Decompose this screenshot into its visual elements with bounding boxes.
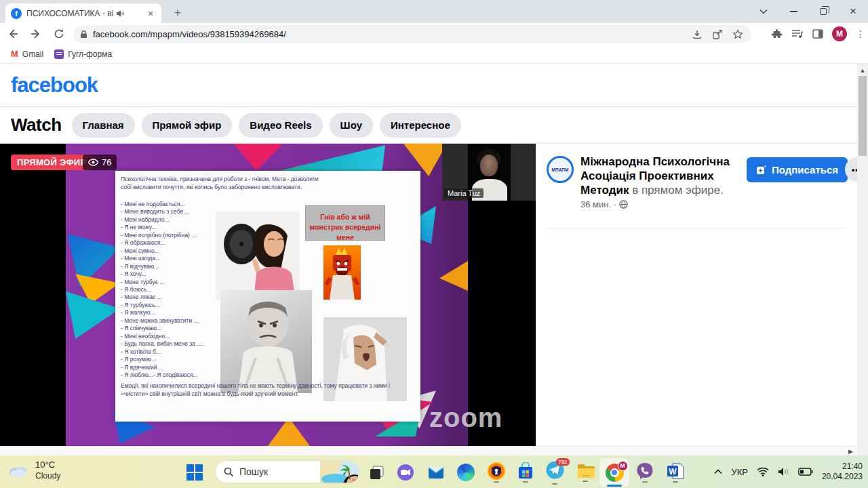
scroll-right-icon[interactable]: ▶ — [848, 448, 853, 455]
tab-close-icon[interactable]: × — [145, 8, 156, 19]
extensions-puzzle-icon[interactable] — [771, 28, 783, 40]
globe-icon — [619, 200, 628, 209]
viber-button[interactable] — [633, 460, 657, 485]
taskbar-weather[interactable]: 10°C Cloudy — [7, 459, 60, 482]
watch-brand[interactable]: Watch — [11, 115, 62, 136]
telegram-button[interactable]: 732 — [542, 460, 567, 485]
share-icon[interactable] — [712, 29, 723, 40]
word-icon: W — [667, 462, 684, 480]
lock-icon — [80, 30, 87, 39]
system-tray: УКР 21:40 20.04.2023 — [714, 455, 863, 488]
weather-temp: 10°C — [35, 459, 60, 470]
stream-meta: 36 мин. · — [580, 199, 628, 209]
facebook-logo[interactable]: facebook — [11, 73, 98, 98]
time-ago: 36 мин. · — [580, 199, 616, 209]
wifi-icon[interactable] — [757, 467, 769, 476]
stream-info-panel: МПАПМ Міжнародна Психологічна Асоціація … — [536, 144, 857, 446]
start-button[interactable] — [182, 460, 207, 485]
video-player[interactable]: Психологічна техніка, призначена для роб… — [0, 144, 536, 446]
store-button[interactable] — [513, 460, 538, 485]
forward-icon[interactable] — [26, 24, 46, 43]
word-button[interactable]: W — [663, 460, 688, 485]
bookmark-label: Gmail — [22, 49, 43, 59]
browser-tab[interactable]: f ПСИХОСОМАТИКА - відкри × — [5, 3, 161, 23]
presentation-slide: Психологічна техніка, призначена для роб… — [115, 171, 420, 422]
tab-search-chevron-icon[interactable] — [749, 0, 778, 23]
clock-date: 20.04.2023 — [822, 472, 863, 482]
horizontal-scrollbar[interactable]: ▶ — [0, 446, 857, 455]
slide-list-item: - Мені не подобається... — [121, 201, 236, 208]
viber-icon — [636, 462, 654, 480]
facebook-favicon: f — [11, 8, 22, 19]
slide-list-item: - Я жалкую... — [121, 309, 236, 317]
watch-tab[interactable]: Прямой эфир — [142, 113, 233, 138]
subscribe-button[interactable]: Подписаться — [747, 157, 848, 182]
address-bar[interactable]: facebook.com/mpapm/videos/93815939426968… — [73, 25, 751, 43]
watch-tabs: ГлавнаяПрямой эфирВидео ReelsШоуИнтересн… — [72, 113, 461, 138]
bookmark-google-forms[interactable]: Гугл-форма — [54, 49, 112, 59]
battery-icon[interactable] — [798, 468, 813, 476]
language-indicator[interactable]: УКР — [731, 467, 748, 477]
slide-list-item: - Я хотів/ла б... — [121, 348, 236, 356]
tab-audio-icon — [116, 9, 124, 18]
gmail-icon: M — [11, 49, 18, 59]
vertical-scrollbar[interactable]: ▲ ▼ — [857, 64, 868, 455]
slide-list-item: - Мені необхідно... — [121, 333, 236, 340]
slide-list-item: - Будь ласка, вибач мене за .... — [121, 340, 236, 348]
close-button[interactable]: × — [838, 0, 868, 23]
file-explorer-button[interactable] — [573, 460, 597, 485]
scrollbar-thumb[interactable] — [859, 76, 867, 156]
viewers-badge: 76 — [83, 155, 117, 170]
browser-profile-avatar[interactable]: M — [832, 26, 847, 41]
media-controls-icon[interactable] — [791, 28, 804, 39]
scroll-up-icon[interactable]: ▲ — [857, 65, 868, 76]
live-badge: ПРЯМОЙ ЭФИР — [11, 155, 92, 170]
minimize-button[interactable] — [778, 0, 808, 23]
file-explorer-icon — [576, 463, 595, 479]
bookmark-star-icon[interactable] — [732, 29, 743, 40]
slide-title-box: Гнів або ж мій монстрик всередині мене — [305, 205, 385, 241]
watch-tab[interactable]: Главная — [72, 113, 135, 138]
back-icon[interactable] — [3, 24, 23, 43]
edge-icon — [457, 464, 475, 481]
decor-triangle — [268, 418, 310, 446]
zoom-watermark: zoom — [429, 403, 502, 433]
slide-outro-text: Емоції, які накопичилися всередині нашог… — [121, 382, 416, 398]
zoom-screen-share: Психологічна техніка, призначена для роб… — [66, 144, 468, 446]
task-view-icon — [369, 464, 385, 481]
chrome-button[interactable]: M — [602, 460, 627, 485]
avast-button[interactable] — [484, 460, 509, 485]
search-icon — [224, 467, 234, 477]
taskbar-search[interactable]: Пошук — [215, 460, 360, 483]
mail-icon — [427, 464, 445, 481]
new-tab-button[interactable]: + — [170, 5, 186, 22]
watch-tab[interactable]: Видео Reels — [239, 113, 322, 138]
windows-logo-icon — [186, 464, 203, 481]
reload-icon[interactable] — [49, 24, 69, 43]
slide-intro-text: Психологічна техніка, призначена для роб… — [121, 175, 326, 191]
page-avatar[interactable]: МПАПМ — [547, 156, 574, 183]
browser-menu-icon[interactable]: ⋮ — [856, 33, 863, 36]
restore-button[interactable] — [808, 0, 838, 23]
slide-photo-anger-character — [323, 245, 361, 300]
taskbar-clock[interactable]: 21:40 20.04.2023 — [822, 462, 863, 482]
task-view-button[interactable] — [365, 460, 389, 485]
slide-list-item: - Я люблю...- Я сподіваюся... — [121, 371, 236, 379]
watch-tab[interactable]: Шоу — [330, 113, 373, 138]
bookmark-gmail[interactable]: M Gmail — [11, 49, 43, 59]
tray-chevron-up-icon[interactable] — [714, 469, 722, 474]
page-title[interactable]: Міжнародна Психологічна Асоціація Проект… — [580, 155, 738, 197]
download-icon[interactable] — [692, 29, 703, 40]
mail-button[interactable] — [424, 460, 448, 485]
search-highlight-image — [320, 460, 359, 483]
edge-button[interactable] — [454, 460, 478, 485]
chat-button[interactable] — [393, 460, 418, 485]
volume-icon[interactable] — [778, 467, 789, 476]
watch-tab[interactable]: Интересное — [380, 113, 461, 138]
scrollbar-corner — [857, 446, 868, 455]
bookmark-label: Гугл-форма — [68, 49, 112, 59]
taskbar-search-placeholder: Пошук — [239, 466, 320, 477]
slide-photo-angry-girl-bw — [220, 290, 312, 393]
sidebar-icon[interactable] — [812, 28, 823, 39]
clock-time: 21:40 — [822, 462, 863, 472]
